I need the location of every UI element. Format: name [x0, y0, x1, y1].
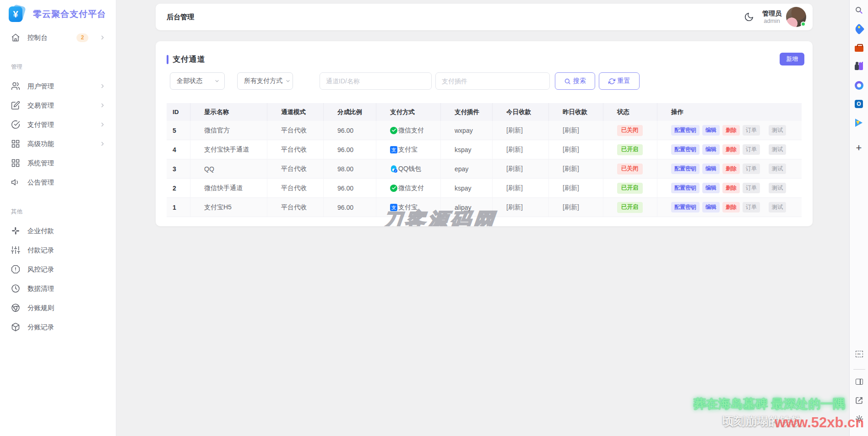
cell-pay-plugin: kspay [441, 140, 493, 159]
sidebar-item-payment-management[interactable]: 支付管理 [6, 115, 109, 134]
cell-channel-mode: 平台代收 [267, 159, 324, 179]
user-menu[interactable]: 管理员 admin [762, 7, 806, 27]
screenshot-icon[interactable]: ✂ [854, 349, 865, 360]
edit-button[interactable]: 编辑 [702, 164, 720, 174]
order-button[interactable]: 订单 [743, 202, 760, 213]
sidebar-item-split-records[interactable]: 分账记录 [6, 317, 109, 337]
m365-icon[interactable] [853, 80, 864, 91]
delete-button[interactable]: 删除 [722, 164, 740, 174]
avatar[interactable] [786, 7, 806, 27]
edit-button[interactable]: 编辑 [702, 144, 720, 155]
outlook-icon[interactable]: O [853, 98, 864, 109]
sidebar-item-label: 付款记录 [27, 246, 106, 255]
sidebar-section-management: 管理 [11, 62, 109, 72]
order-button[interactable]: 订单 [743, 164, 760, 174]
browser-sidebar: O + ✂ [849, 0, 868, 436]
refresh-yesterday-link[interactable]: [刷新] [563, 165, 579, 173]
panel-title: 支付通道 [173, 54, 206, 65]
announcement-icon [11, 178, 20, 187]
sidebar-item-label: 系统管理 [27, 159, 106, 168]
sidebar-item-label: 控制台 [27, 33, 69, 42]
status-select[interactable]: 全部状态 [170, 72, 225, 90]
test-button[interactable]: 测试 [769, 164, 786, 174]
add-button[interactable]: 新增 [780, 53, 804, 65]
cell-split-ratio: 96.00 [324, 140, 376, 159]
method-select[interactable]: 所有支付方式 [237, 72, 293, 90]
configure-key-button[interactable]: 配置密钥 [671, 164, 700, 174]
test-button[interactable]: 测试 [769, 144, 786, 155]
sidebar-item-announcement-management[interactable]: 公告管理 [6, 173, 109, 192]
sidebar-item-label: 支付管理 [27, 120, 92, 129]
logo: ¥ 零云聚合支付平台 [6, 4, 109, 25]
refresh-today-link[interactable]: [刷新] [506, 165, 523, 173]
page-title: 后台管理 [167, 13, 194, 22]
delete-button[interactable]: 删除 [722, 183, 740, 193]
grid-icon [11, 158, 20, 168]
toolbox-icon[interactable] [853, 42, 864, 53]
add-icon[interactable]: + [853, 142, 864, 153]
plugin-search-input[interactable] [435, 72, 550, 90]
dark-mode-toggle-moon-icon[interactable] [744, 12, 754, 22]
sidebar-item-advanced-features[interactable]: 高级功能 [6, 134, 109, 153]
table-row: 5 微信官方 平台代收 96.00 微信支付 wxpay [刷新] [刷新] 已… [167, 121, 802, 140]
alipay-icon: 支 [390, 204, 397, 211]
subtitle-line-1: 葬在海岛墓碑 最深处的一隅 [694, 396, 846, 412]
refresh-yesterday-link[interactable]: [刷新] [563, 146, 579, 154]
chrome-icon [11, 303, 20, 312]
qq-wallet-icon: ✓ [390, 165, 397, 173]
sidebar-item-user-management[interactable]: 用户管理 [6, 76, 109, 96]
refresh-today-link[interactable]: [刷新] [506, 146, 523, 154]
test-button[interactable]: 测试 [769, 202, 786, 213]
channel-search-input[interactable] [320, 72, 432, 90]
sidebar-item-enterprise-payment[interactable]: 企业付款 [6, 221, 109, 240]
edit-button[interactable]: 编辑 [702, 202, 720, 213]
search-icon[interactable] [853, 5, 864, 16]
shopping-icon[interactable] [853, 23, 864, 34]
reset-button[interactable]: 重置 [599, 72, 640, 90]
delete-button[interactable]: 删除 [722, 125, 740, 136]
refresh-yesterday-link[interactable]: [刷新] [563, 126, 579, 135]
edit-button[interactable]: 编辑 [702, 125, 720, 136]
sidebar-item-label: 交易管理 [27, 101, 92, 110]
sidebar-item-risk-records[interactable]: 风控记录 [6, 260, 109, 279]
configure-key-button[interactable]: 配置密钥 [671, 144, 700, 155]
cell-channel-mode: 平台代收 [267, 121, 324, 140]
delete-button[interactable]: 删除 [722, 144, 740, 155]
edit-icon [11, 101, 20, 110]
configure-key-button[interactable]: 配置密钥 [671, 125, 700, 136]
sidebar-item-split-rules[interactable]: 分账规则 [6, 298, 109, 317]
refresh-yesterday-link[interactable]: [刷新] [563, 203, 579, 212]
sidebar-item-data-cleanup[interactable]: 数据清理 [6, 279, 109, 298]
grid-icon [11, 139, 20, 148]
column-header-pay-method: 支付方式 [376, 103, 441, 121]
test-button[interactable]: 测试 [769, 183, 786, 193]
online-status-dot [801, 22, 806, 27]
cell-id: 4 [167, 140, 190, 159]
refresh-yesterday-link[interactable]: [刷新] [563, 184, 579, 192]
slack-icon [11, 226, 20, 235]
sidebar-item-transaction-management[interactable]: 交易管理 [6, 96, 109, 115]
cell-display-name: 支付宝H5 [190, 198, 267, 217]
sidebar-item-system-management[interactable]: 系统管理 [6, 153, 109, 173]
order-button[interactable]: 订单 [743, 144, 760, 155]
cell-id: 3 [167, 159, 190, 179]
edit-button[interactable]: 编辑 [702, 183, 720, 193]
refresh-today-link[interactable]: [刷新] [506, 184, 523, 192]
configure-key-button[interactable]: 配置密钥 [671, 183, 700, 193]
sidebar-item-payment-records[interactable]: 付款记录 [6, 240, 109, 260]
external-link-icon[interactable] [854, 395, 865, 406]
configure-key-button[interactable]: 配置密钥 [671, 202, 700, 213]
refresh-today-link[interactable]: [刷新] [506, 203, 523, 212]
cell-channel-mode: 平台代收 [267, 198, 324, 217]
order-button[interactable]: 订单 [743, 125, 760, 136]
split-screen-icon[interactable] [854, 376, 865, 387]
order-button[interactable]: 订单 [743, 183, 760, 193]
sidebar-item-console[interactable]: 控制台 2 [6, 28, 109, 47]
games-icon[interactable] [853, 61, 864, 72]
delete-button[interactable]: 删除 [722, 202, 740, 213]
top-header: 后台管理 管理员 admin [156, 4, 813, 30]
test-button[interactable]: 测试 [769, 125, 786, 136]
drop-icon[interactable] [853, 117, 864, 128]
refresh-today-link[interactable]: [刷新] [506, 126, 523, 135]
search-button[interactable]: 搜索 [555, 72, 595, 90]
